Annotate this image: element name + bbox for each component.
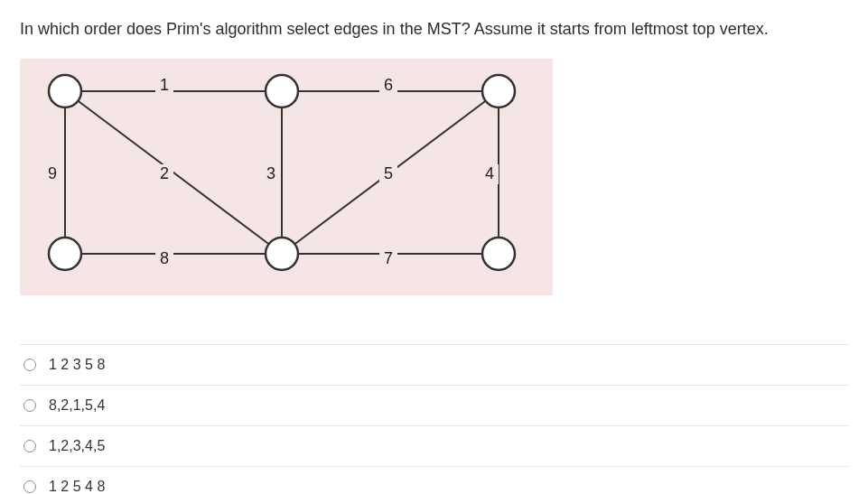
radio-icon[interactable]: [23, 359, 36, 371]
graph-svg: 169235487: [38, 73, 535, 281]
graph-node: [49, 238, 81, 270]
edge-weight-label: 5: [384, 164, 393, 182]
edge-weight-label: 9: [48, 164, 57, 182]
question-text: In which order does Prim's algorithm sel…: [20, 18, 848, 41]
radio-icon[interactable]: [23, 399, 36, 412]
graph-node: [266, 238, 298, 270]
option-label: 8,2,1,5,4: [49, 397, 105, 414]
option-label: 1 2 3 5 8: [49, 357, 105, 373]
edge-weight-label: 4: [485, 164, 494, 182]
option-label: 1 2 5 4 8: [49, 479, 105, 494]
edge-weight-label: 7: [384, 249, 393, 267]
graph-node: [266, 75, 298, 107]
graph-diagram: 169235487: [20, 59, 553, 295]
option-row[interactable]: 1 2 3 5 8: [20, 344, 848, 386]
graph-node: [482, 238, 515, 270]
edge-weight-label: 6: [384, 76, 393, 94]
edge-weight-label: 3: [266, 164, 275, 182]
graph-node: [482, 75, 515, 107]
radio-icon[interactable]: [23, 440, 36, 452]
answer-options: 1 2 3 5 8 8,2,1,5,4 1,2,3,4,5 1 2 5 4 8: [20, 344, 848, 494]
edge-weight-label: 2: [160, 164, 169, 182]
edge-weight-label: 1: [160, 76, 169, 94]
radio-icon[interactable]: [23, 480, 36, 493]
graph-node: [49, 75, 81, 107]
option-row[interactable]: 8,2,1,5,4: [20, 386, 848, 426]
option-row[interactable]: 1 2 5 4 8: [20, 467, 848, 494]
option-label: 1,2,3,4,5: [49, 438, 105, 454]
option-row[interactable]: 1,2,3,4,5: [20, 426, 848, 467]
edge-weight-label: 8: [160, 249, 169, 267]
